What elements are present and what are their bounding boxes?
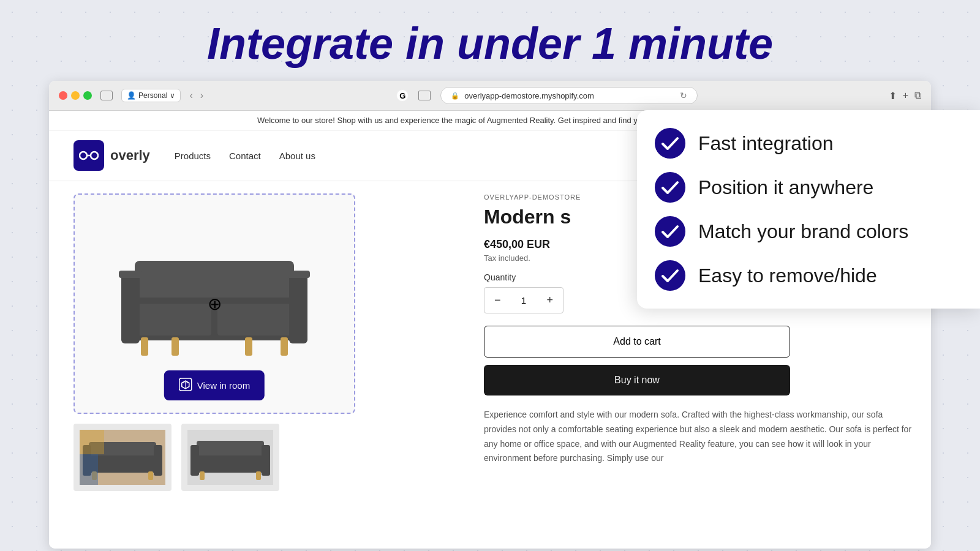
view-in-room-button[interactable]: View in room [164, 370, 265, 400]
logo-icon [74, 140, 104, 171]
quantity-value: 1 [511, 295, 537, 305]
nav-contact[interactable]: Contact [229, 151, 261, 161]
store-logo-text: overly [110, 148, 150, 163]
check-icon-4 [654, 260, 686, 291]
svg-rect-23 [154, 445, 162, 476]
store-logo: overly [74, 140, 150, 171]
url-text: overlyapp-demostore.myshopify.com [464, 91, 594, 100]
svg-rect-10 [172, 337, 179, 356]
profile-chevron-icon: ∨ [170, 91, 175, 100]
nav-products[interactable]: Products [175, 151, 211, 161]
check-icon-2 [654, 171, 686, 203]
tab-icon [418, 91, 431, 100]
sofa-image [110, 230, 318, 377]
browser-nav-arrows: ‹ › [187, 89, 206, 102]
add-to-cart-button[interactable]: Add to cart [484, 326, 790, 358]
svg-rect-0 [80, 152, 87, 159]
feature-item-2: Position it anywhere [654, 171, 958, 203]
reload-icon[interactable]: ↻ [680, 91, 687, 100]
browser-logo: G [396, 89, 409, 102]
svg-rect-8 [289, 273, 307, 343]
feature-text-4: Easy to remove/hide [698, 264, 877, 287]
svg-rect-33 [200, 471, 205, 480]
browser-profile[interactable]: 👤 Personal ∨ [121, 89, 181, 102]
quantity-control: − 1 + [484, 287, 564, 313]
svg-rect-13 [119, 271, 142, 278]
feature-text-3: Match your brand colors [698, 220, 908, 243]
maximize-button[interactable] [83, 91, 92, 100]
view-in-room-label: View in room [197, 380, 250, 391]
svg-rect-27 [80, 454, 98, 485]
svg-rect-9 [141, 337, 148, 356]
svg-rect-14 [287, 271, 310, 278]
address-bar-area: G 🔒 overlyapp-demostore.myshopify.com ↻ [212, 87, 883, 104]
feature-text-1: Fast integration [698, 132, 834, 155]
sidebar-toggle-icon[interactable] [100, 91, 113, 100]
svg-point-35 [655, 129, 685, 158]
svg-point-37 [655, 217, 685, 246]
thumbnail-2[interactable] [181, 424, 279, 491]
feature-item-1: Fast integration [654, 127, 958, 159]
duplicate-icon[interactable]: ⧉ [914, 90, 921, 101]
check-icon-1 [654, 127, 686, 159]
buy-now-button[interactable]: Buy it now [484, 365, 790, 395]
svg-rect-32 [262, 445, 270, 476]
check-icon-3 [654, 216, 686, 247]
forward-button[interactable]: › [198, 89, 206, 102]
features-box: Fast integration Position it anywhere Ma… [637, 110, 980, 309]
product-image-section: ⊕ View in room [49, 181, 466, 549]
thumbnail-row [74, 424, 447, 491]
address-bar[interactable]: 🔒 overlyapp-demostore.myshopify.com ↻ [440, 87, 698, 104]
svg-point-38 [655, 261, 685, 290]
product-description: Experience comfort and style with our mo… [484, 408, 913, 466]
minimize-button[interactable] [71, 91, 80, 100]
svg-rect-25 [148, 471, 153, 480]
svg-rect-5 [135, 304, 211, 335]
svg-rect-6 [217, 304, 294, 335]
svg-rect-30 [197, 441, 264, 455]
feature-item-3: Match your brand colors [654, 216, 958, 247]
feature-text-2: Position it anywhere [698, 176, 873, 199]
svg-rect-7 [121, 273, 140, 343]
store-nav: Products Contact About us [175, 151, 315, 161]
feature-item-4: Easy to remove/hide [654, 260, 958, 291]
back-button[interactable]: ‹ [187, 89, 195, 102]
product-main-image: ⊕ View in room [74, 193, 355, 414]
share-icon[interactable]: ⬆ [889, 90, 897, 102]
new-tab-icon[interactable]: + [903, 90, 908, 101]
browser-actions: ⬆ + ⧉ [889, 90, 921, 102]
browser-chrome: 👤 Personal ∨ ‹ › G 🔒 overlyapp-demostore… [49, 81, 931, 111]
svg-rect-26 [80, 430, 104, 454]
ar-icon [179, 378, 192, 393]
quantity-increase-button[interactable]: + [537, 288, 563, 313]
quantity-decrease-button[interactable]: − [484, 288, 511, 313]
svg-rect-31 [190, 445, 199, 476]
lock-icon: 🔒 [451, 92, 459, 100]
page-heading: Integrate in under 1 minute [0, 0, 980, 81]
thumbnail-1[interactable] [74, 424, 172, 491]
svg-rect-4 [135, 261, 294, 298]
svg-rect-34 [256, 471, 261, 480]
traffic-lights [59, 91, 92, 100]
svg-point-36 [655, 173, 685, 202]
svg-rect-1 [91, 152, 98, 159]
svg-rect-12 [281, 337, 288, 356]
svg-rect-11 [245, 337, 252, 356]
profile-label: Personal [138, 91, 167, 100]
nav-about-us[interactable]: About us [279, 151, 315, 161]
close-button[interactable] [59, 91, 67, 100]
profile-person-icon: 👤 [127, 91, 136, 100]
